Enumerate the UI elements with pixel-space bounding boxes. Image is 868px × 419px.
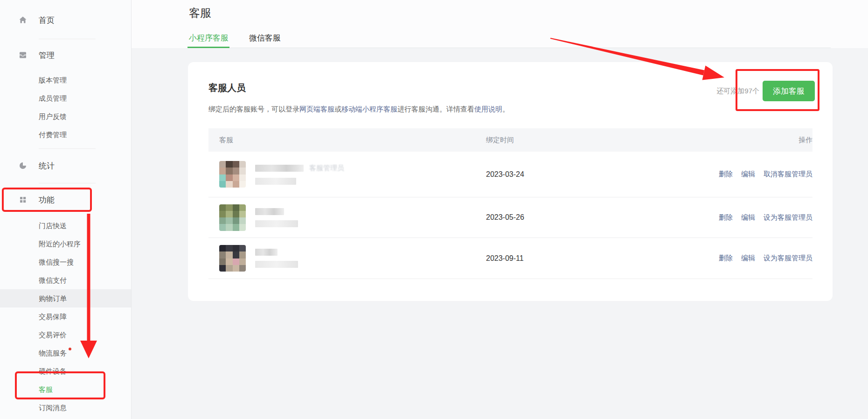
tab-wechat-service[interactable]: 微信客服 (249, 33, 281, 43)
column-header-actions: 操作 (799, 136, 812, 145)
panel-actions: 还可添加97个 添加客服 (716, 81, 815, 101)
edit-link[interactable]: 编辑 (741, 170, 755, 179)
desc-text: 绑定后的客服账号，可以登录 (208, 105, 299, 113)
agent-name-blurred: 客服管理员 (255, 164, 344, 185)
mobile-miniprogram-service-link[interactable]: 移动端小程序客服 (341, 105, 397, 113)
table-header: 客服 绑定时间 操作 (208, 128, 812, 152)
sidebar-item-label: 管理 (39, 50, 55, 61)
sidebar-item-wechat-pay[interactable]: 微信支付 (0, 271, 131, 289)
delete-link[interactable]: 删除 (719, 170, 733, 179)
sidebar-item-payment[interactable]: 付费管理 (0, 126, 131, 144)
sidebar-item-label: 首页 (39, 15, 55, 26)
bind-time: 2023-03-24 (486, 170, 719, 179)
sidebar-item-version[interactable]: 版本管理 (0, 71, 131, 89)
sidebar-divider (39, 39, 96, 39)
sidebar-item-features[interactable]: 功能 (0, 190, 131, 209)
table-row: 客服管理员 2023-03-24 删除 编辑 取消客服管理员 (208, 152, 812, 197)
delete-link[interactable]: 删除 (719, 254, 733, 263)
sidebar-item-transaction-guarantee[interactable]: 交易保障 (0, 307, 131, 326)
row-actions: 删除 编辑 取消客服管理员 (719, 170, 812, 179)
sidebar-item-store-delivery[interactable]: 门店快送 (0, 216, 131, 235)
edit-link[interactable]: 编辑 (741, 254, 755, 263)
cancel-admin-link[interactable]: 取消客服管理员 (764, 170, 812, 179)
bind-time: 2023-09-11 (486, 254, 719, 263)
active-tab-underline (187, 47, 229, 48)
sidebar-item-manage[interactable]: 管理 (0, 46, 131, 64)
sidebar-divider (39, 148, 96, 149)
inbox-icon (19, 51, 27, 59)
avatar (219, 161, 246, 188)
sidebar-item-label: 统计 (39, 161, 55, 171)
avatar (219, 204, 246, 231)
tab-border (187, 48, 831, 48)
row-actions: 删除 编辑 设为客服管理员 (719, 254, 812, 263)
web-service-link[interactable]: 网页端客服 (299, 105, 334, 113)
sidebar-item-label: 物流服务 (39, 349, 67, 357)
wechat-mp-admin-page: 首页 管理 版本管理 成员管理 用户反馈 付费管理 统计 功能 (0, 0, 868, 419)
agent-name-blurred (255, 249, 298, 268)
column-header-bind-time: 绑定时间 (486, 136, 799, 145)
sidebar: 首页 管理 版本管理 成员管理 用户反馈 付费管理 统计 功能 (0, 0, 132, 419)
sidebar-divider (39, 183, 96, 183)
sidebar-item-hardware[interactable]: 硬件设备 (0, 362, 131, 380)
panel-description: 绑定后的客服账号，可以登录网页端客服或移动端小程序客服进行客服沟通。详情查看使用… (208, 105, 509, 114)
desc-text: 。 (502, 105, 509, 113)
customer-service-table: 客服 绑定时间 操作 客服管理员 2023-03-24 删 (208, 128, 812, 279)
manage-submenu: 版本管理 成员管理 用户反馈 付费管理 (0, 71, 131, 144)
edit-link[interactable]: 编辑 (741, 213, 755, 222)
admin-badge: 客服管理员 (309, 164, 344, 173)
sidebar-item-stats[interactable]: 统计 (0, 156, 131, 175)
tab-miniprogram-service[interactable]: 小程序客服 (189, 33, 229, 43)
agent-name-blurred (255, 208, 298, 227)
sidebar-item-transaction-review[interactable]: 交易评价 (0, 326, 131, 344)
usage-instructions-link[interactable]: 使用说明 (474, 105, 502, 113)
main-content: 客服 小程序客服 微信客服 客服人员 绑定后的客服账号，可以登录网页端客服或移动… (132, 0, 868, 419)
desc-text: 进行客服沟通。详情查看 (397, 105, 474, 113)
sidebar-item-shopping-orders[interactable]: 购物订单 (0, 289, 131, 307)
features-submenu: 门店快送 附近的小程序 微信搜一搜 微信支付 购物订单 交易保障 交易评价 物流… (0, 216, 131, 417)
remaining-quota-text: 还可添加97个 (716, 87, 759, 96)
agent-cell (208, 204, 486, 231)
sidebar-item-home[interactable]: 首页 (0, 0, 131, 29)
panel-title: 客服人员 (208, 82, 246, 94)
sidebar-item-members[interactable]: 成员管理 (0, 89, 131, 107)
grid-icon (19, 196, 27, 204)
pie-chart-icon (19, 161, 27, 170)
agent-cell (208, 245, 486, 272)
table-row: 2023-05-26 删除 编辑 设为客服管理员 (208, 197, 812, 238)
sidebar-item-logistics[interactable]: 物流服务 (0, 344, 131, 362)
agent-cell: 客服管理员 (208, 161, 486, 188)
set-admin-link[interactable]: 设为客服管理员 (764, 213, 812, 222)
sidebar-item-label: 功能 (39, 195, 55, 205)
sidebar-item-nearby-miniprogram[interactable]: 附近的小程序 (0, 235, 131, 253)
column-header-agent: 客服 (208, 136, 486, 145)
bind-time: 2023-05-26 (486, 213, 719, 222)
new-badge-dot (69, 348, 71, 350)
add-customer-service-button[interactable]: 添加客服 (763, 81, 815, 101)
set-admin-link[interactable]: 设为客服管理员 (764, 254, 812, 263)
delete-link[interactable]: 删除 (719, 213, 733, 222)
sidebar-item-customer-service[interactable]: 客服 (0, 380, 131, 398)
desc-text: 或 (334, 105, 341, 113)
table-row: 2023-09-11 删除 编辑 设为客服管理员 (208, 238, 812, 279)
row-actions: 删除 编辑 设为客服管理员 (719, 213, 812, 222)
sidebar-item-wechat-search[interactable]: 微信搜一搜 (0, 253, 131, 271)
tab-bar: 小程序客服 微信客服 (189, 33, 281, 43)
sidebar-item-feedback[interactable]: 用户反馈 (0, 107, 131, 126)
customer-service-panel: 客服人员 绑定后的客服账号，可以登录网页端客服或移动端小程序客服进行客服沟通。详… (188, 62, 833, 301)
avatar (219, 245, 246, 272)
page-title: 客服 (189, 6, 211, 21)
home-icon (19, 16, 27, 24)
sidebar-item-subscribe-message[interactable]: 订阅消息 (0, 398, 131, 417)
